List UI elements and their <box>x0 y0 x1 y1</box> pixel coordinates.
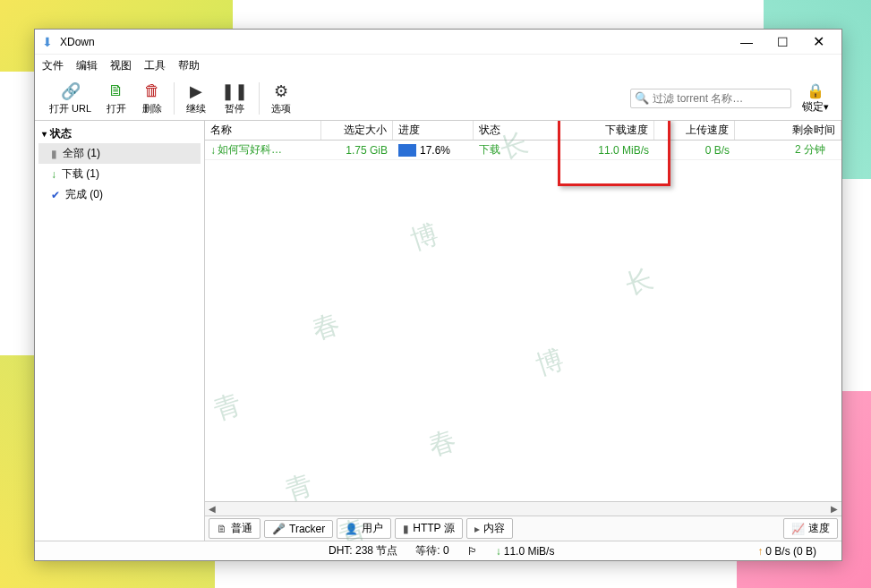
col-status[interactable]: 状态 <box>474 121 559 140</box>
resume-button[interactable]: ▶ 继续 <box>178 80 214 117</box>
tab-general[interactable]: 🗎普通 <box>209 518 260 539</box>
gear-icon: ⚙ <box>274 81 288 101</box>
filter-input[interactable] <box>653 92 787 105</box>
sidebar-item-all[interactable]: ▮ 全部 (1) <box>38 143 201 164</box>
col-download-speed[interactable]: 下载速度 <box>559 121 654 140</box>
play-icon: ▶ <box>190 81 202 101</box>
download-arrow-icon: ↓ <box>210 144 216 157</box>
window-title: XDown <box>60 36 729 48</box>
open-button[interactable]: 🗎 打开 <box>98 80 134 117</box>
sidebar-item-downloading[interactable]: ↓ 下载 (1) <box>38 164 201 184</box>
menu-view[interactable]: 视图 <box>110 58 132 73</box>
tab-tracker[interactable]: 🎤Tracker <box>264 520 333 538</box>
row-download-speed: 11.0 MiB/s <box>559 142 654 158</box>
status-flag: 🏳 <box>467 545 478 558</box>
doc-icon: 🗎 <box>217 523 227 535</box>
menu-tools[interactable]: 工具 <box>144 58 166 73</box>
app-window: ⬇ XDown — ☐ ✕ 文件 编辑 视图 工具 帮助 🔗 打开 URL 🗎 … <box>34 29 842 561</box>
col-progress[interactable]: 进度 <box>393 121 474 140</box>
maximize-button[interactable]: ☐ <box>764 30 800 54</box>
filter-icon: ▮ <box>51 148 57 160</box>
separator <box>259 82 260 115</box>
tab-peers[interactable]: 👤用户 <box>337 518 391 539</box>
down-arrow-icon: ↓ <box>496 545 501 558</box>
trash-icon: 🗑 <box>144 81 160 101</box>
row-status: 下载 <box>474 141 559 159</box>
toolbar: 🔗 打开 URL 🗎 打开 🗑 删除 ▶ 继续 ❚❚ 暂停 ⚙ 选项 🔍 <box>35 76 841 121</box>
titlebar[interactable]: ⬇ XDown — ☐ ✕ <box>35 30 841 55</box>
tab-content[interactable]: ▸内容 <box>466 518 513 539</box>
pause-icon: ❚❚ <box>221 81 248 101</box>
lock-icon: 🔒 <box>807 82 824 99</box>
close-button[interactable]: ✕ <box>800 30 836 54</box>
file-icon: 🗎 <box>108 81 124 101</box>
main-panel: 名称 选定大小 进度 状态 下载速度 上传速度 剩余时间 ↓ 如何写好科… 1.… <box>205 121 841 541</box>
col-remaining[interactable]: 剩余时间 <box>735 121 841 140</box>
status-download-speed: ↓11.0 MiB/s <box>496 545 555 558</box>
status-waiting: 等待: 0 <box>415 543 448 558</box>
sidebar-status-header[interactable]: ▾ 状态 <box>38 124 201 143</box>
open-url-button[interactable]: 🔗 打开 URL <box>42 80 98 117</box>
up-arrow-icon: ↑ <box>757 545 763 558</box>
flag-icon: 🏳 <box>467 545 478 558</box>
body-area: ▾ 状态 ▮ 全部 (1) ↓ 下载 (1) ✔ 完成 (0) 名称 选定大小 … <box>35 121 841 541</box>
menu-file[interactable]: 文件 <box>42 58 64 73</box>
row-upload-speed: 0 B/s <box>654 142 735 158</box>
status-dht: DHT: 238 节点 <box>329 543 397 558</box>
horizontal-scrollbar[interactable]: ◀ ▶ <box>205 501 841 516</box>
download-arrow-icon: ↓ <box>51 168 56 181</box>
row-size: 1.75 GiB <box>321 142 393 158</box>
table-body: ↓ 如何写好科… 1.75 GiB 17.6% 下载 11.0 MiB/s 0 … <box>205 141 841 501</box>
chart-icon: 📈 <box>791 523 805 535</box>
row-name: 如何写好科… <box>218 142 282 158</box>
scroll-left-icon[interactable]: ◀ <box>205 504 219 514</box>
chevron-down-icon: ▾ <box>42 129 47 139</box>
col-upload-speed[interactable]: 上传速度 <box>654 121 735 140</box>
status-upload-speed: ↑0 B/s (0 B) <box>757 545 816 558</box>
tab-speed[interactable]: 📈速度 <box>783 518 838 539</box>
table-header: 名称 选定大小 进度 状态 下载速度 上传速度 剩余时间 <box>205 121 841 141</box>
lock-button[interactable]: 🔒 锁定▾ <box>797 81 834 116</box>
filter-search[interactable]: 🔍 <box>630 89 791 108</box>
sidebar-item-completed[interactable]: ✔ 完成 (0) <box>38 184 201 205</box>
row-remaining: 2 分钟 <box>735 141 841 159</box>
sidebar: ▾ 状态 ▮ 全部 (1) ↓ 下载 (1) ✔ 完成 (0) <box>35 121 205 541</box>
separator <box>174 82 175 115</box>
app-icon: ⬇ <box>40 35 55 49</box>
col-size[interactable]: 选定大小 <box>321 121 393 140</box>
pause-button[interactable]: ❚❚ 暂停 <box>214 80 255 117</box>
server-icon: ▮ <box>403 523 409 535</box>
check-icon: ✔ <box>51 189 60 201</box>
link-plus-icon: 🔗 <box>61 81 81 101</box>
delete-button[interactable]: 🗑 删除 <box>134 80 170 117</box>
row-progress: 17.6% <box>393 142 474 158</box>
menubar: 文件 编辑 视图 工具 帮助 <box>35 55 841 76</box>
user-icon: 👤 <box>345 523 358 535</box>
col-name[interactable]: 名称 <box>205 121 321 140</box>
minimize-button[interactable]: — <box>729 30 764 54</box>
statusbar: DHT: 238 节点 等待: 0 🏳 ↓11.0 MiB/s ↑0 B/s (… <box>35 541 841 560</box>
mic-icon: 🎤 <box>272 523 286 535</box>
search-icon: 🔍 <box>635 91 649 105</box>
scroll-right-icon[interactable]: ▶ <box>827 504 841 514</box>
options-button[interactable]: ⚙ 选项 <box>263 80 299 117</box>
scroll-track[interactable] <box>219 504 827 515</box>
progress-bar <box>398 144 416 157</box>
table-row[interactable]: ↓ 如何写好科… 1.75 GiB 17.6% 下载 11.0 MiB/s 0 … <box>205 141 841 160</box>
folder-icon: ▸ <box>474 523 480 535</box>
menu-edit[interactable]: 编辑 <box>76 58 98 73</box>
tab-http[interactable]: ▮HTTP 源 <box>395 518 462 539</box>
detail-tabs: 🗎普通 🎤Tracker 👤用户 ▮HTTP 源 ▸内容 📈速度 <box>205 516 841 541</box>
menu-help[interactable]: 帮助 <box>178 58 200 73</box>
